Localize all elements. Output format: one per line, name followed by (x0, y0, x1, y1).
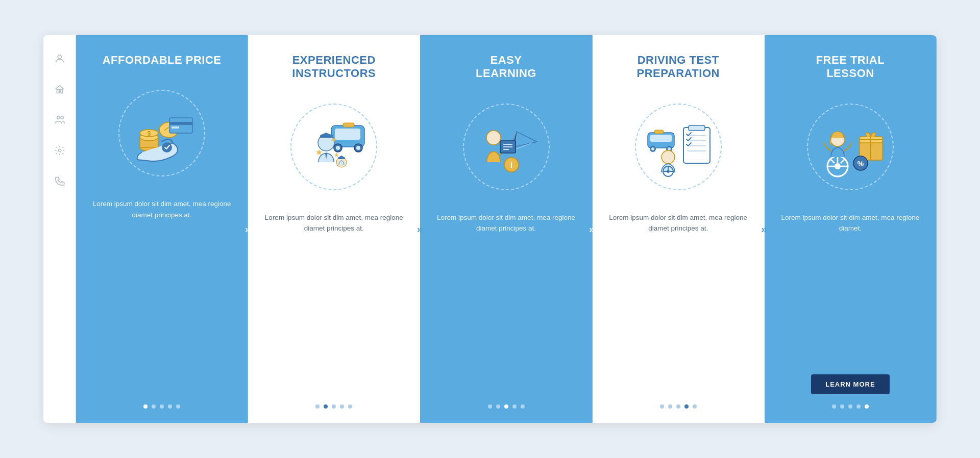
illustration-4 (622, 91, 734, 203)
illustration-2: ★ ★ (278, 91, 390, 203)
card-text-2: Lorem ipsum dolor sit dim amet, mea regi… (262, 212, 405, 392)
svg-point-5 (58, 149, 61, 152)
card-easy-learning: EASYLEARNING (420, 35, 592, 423)
user-icon[interactable] (53, 52, 67, 66)
dot[interactable] (152, 404, 156, 409)
dot[interactable] (840, 404, 844, 409)
svg-rect-2 (60, 89, 62, 93)
card-title-4: DRIVING TESTPREPARATION (637, 54, 720, 81)
card-title-2: EXPERIENCEDINSTRUCTORS (292, 54, 376, 81)
card-title-3: EASYLEARNING (476, 54, 536, 81)
svg-rect-1 (57, 89, 59, 93)
dots-5 (832, 400, 869, 409)
dot[interactable] (488, 404, 492, 409)
card-free-trial: FREE TRIALLESSON % (765, 35, 937, 423)
dot[interactable] (512, 404, 517, 409)
dot[interactable] (693, 404, 697, 409)
dot[interactable] (160, 404, 164, 409)
dot[interactable] (332, 404, 336, 409)
chevron-icon-1: » (238, 220, 257, 238)
dot[interactable] (315, 404, 320, 409)
sidebar (43, 35, 76, 423)
chevron-icon-2: » (410, 220, 429, 238)
phone-icon[interactable] (53, 174, 67, 188)
cards-container: AFFORDABLE PRICE $ (76, 35, 937, 423)
dot[interactable] (832, 404, 836, 409)
card-driving-test: DRIVING TESTPREPARATION (593, 35, 765, 423)
dot[interactable] (848, 404, 852, 409)
card-title-1: AFFORDABLE PRICE (103, 54, 222, 67)
dot[interactable] (496, 404, 500, 409)
dot[interactable] (348, 404, 352, 409)
card-text-5: Lorem ipsum dolor sit dim amet, mea regi… (779, 212, 922, 366)
card-experienced-instructors: EXPERIENCEDINSTRUCTORS (248, 35, 420, 423)
svg-point-4 (60, 116, 63, 119)
main-container: AFFORDABLE PRICE $ (43, 35, 937, 423)
illustration-3: i (450, 91, 562, 203)
dot[interactable] (143, 404, 148, 409)
learn-more-button[interactable]: LEARN MORE (811, 374, 889, 394)
dot[interactable] (521, 404, 525, 409)
dot[interactable] (865, 404, 869, 409)
dot[interactable] (856, 404, 861, 409)
card-text-4: Lorem ipsum dolor sit dim amet, mea regi… (607, 212, 750, 392)
dots-3 (488, 400, 525, 409)
card-text-3: Lorem ipsum dolor sit dim amet, mea regi… (434, 212, 577, 392)
chevron-icon-4: » (755, 220, 773, 238)
home-icon[interactable] (53, 82, 67, 96)
dot[interactable] (668, 404, 672, 409)
dots-1 (143, 400, 180, 409)
dot[interactable] (684, 404, 689, 409)
dot[interactable] (168, 404, 172, 409)
dots-4 (660, 400, 697, 409)
card-text-1: Lorem ipsum dolor sit dim amet, mea regi… (90, 198, 233, 392)
people-icon[interactable] (53, 113, 67, 127)
illustration-5: % (794, 91, 906, 203)
card-affordable-price: AFFORDABLE PRICE $ (76, 35, 248, 423)
card-title-5: FREE TRIALLESSON (816, 54, 885, 81)
dot[interactable] (324, 404, 328, 409)
chevron-icon-3: » (583, 220, 601, 238)
dot[interactable] (660, 404, 664, 409)
dot[interactable] (504, 404, 508, 409)
dot[interactable] (676, 404, 680, 409)
dots-2 (315, 400, 352, 409)
dot[interactable] (176, 404, 180, 409)
svg-point-3 (57, 116, 60, 119)
svg-point-0 (58, 55, 61, 59)
dot[interactable] (340, 404, 344, 409)
illustration-1: $ (106, 77, 218, 189)
gear-icon[interactable] (53, 143, 67, 158)
